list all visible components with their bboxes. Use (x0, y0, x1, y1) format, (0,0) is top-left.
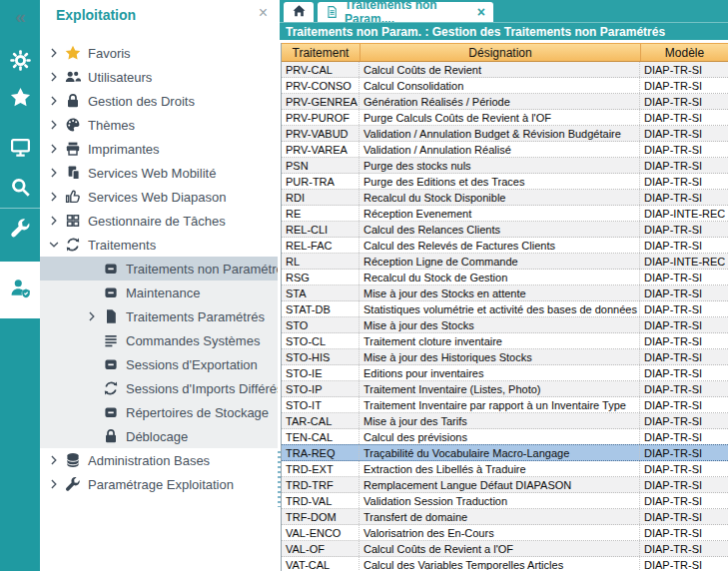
table-row-rl[interactable]: RLRéception Ligne de CommandeDIAP-INTE-R… (282, 254, 728, 270)
chevron-right-icon[interactable] (48, 215, 60, 227)
table-row-prv-conso[interactable]: PRV-CONSOCalcul ConsolidationDIAP-TR-SI (282, 78, 728, 94)
tab-close-icon[interactable]: × (477, 5, 485, 19)
chevron-right-icon[interactable] (48, 478, 60, 490)
cell-designation: Mise à jour des Stocks (360, 317, 640, 332)
chevron-right-icon[interactable] (48, 119, 60, 131)
sidebar-panel: Exploitation × FavorisUtilisateursGestio… (40, 0, 278, 571)
column-header-designation[interactable]: Désignation (360, 44, 640, 61)
cell-traitement: PRV-VABUD (282, 126, 360, 141)
table-row-sto-ip[interactable]: STO-IPTraitement Inventaire (Listes, Pho… (282, 381, 728, 397)
rail-item-gear[interactable] (0, 42, 40, 82)
sidebar-item-traitements-parametres[interactable]: Traitements Paramétrés (40, 304, 278, 328)
table-row-pur-tra[interactable]: PUR-TRAPurge des Editions et des TracesD… (282, 174, 728, 190)
table-row-val-enco[interactable]: VAL-ENCOValorisatrion des En-CoursDIAP-T… (282, 525, 728, 541)
table-row-psn[interactable]: PSNPurge des stocks nulsDIAP-TR-SI (282, 158, 728, 174)
table-row-trd-ext[interactable]: TRD-EXTExtraction des Libellés à Traduir… (282, 461, 728, 477)
table-row-rsg[interactable]: RSGRecalcul du Stock de GestionDIAP-TR-S… (282, 270, 728, 286)
sidebar-item-parametrage-exploitation[interactable]: Paramétrage Exploitation (40, 472, 278, 496)
sidebar-item-traitements[interactable]: Traitements (40, 233, 278, 257)
sidebar-item-imprimantes[interactable]: Imprimantes (40, 137, 278, 161)
cell-designation: Validation Session Traduction (360, 493, 640, 508)
close-icon[interactable]: × (259, 5, 268, 21)
table-row-sto-cl[interactable]: STO-CLTraitement cloture inventaireDIAP-… (282, 333, 728, 349)
sidebar-item-traitements-non-parametres[interactable]: Traitements non Paramétrés (40, 257, 278, 281)
chevron-right-icon[interactable] (48, 454, 60, 466)
sidebar-header: Exploitation × (40, 0, 278, 30)
chevron-right-icon[interactable] (86, 310, 98, 322)
table-row-prv-varea[interactable]: PRV-VAREAValidation / Annulation Réalisé… (282, 142, 728, 158)
sidebar-item-label: Thèmes (88, 118, 135, 133)
rail-item-user-shield[interactable] (0, 262, 40, 318)
cell-designation: Recalcul du Stock de Gestion (360, 270, 640, 285)
table-row-sto-his[interactable]: STO-HISMise à jour des Historiques Stock… (282, 349, 728, 365)
cell-modele: DIAP-TR-SI (640, 541, 728, 556)
home-icon (292, 3, 307, 22)
chevron-right-icon[interactable] (48, 47, 60, 59)
sidebar-item-label: Paramétrage Exploitation (88, 477, 234, 492)
table-row-trf-dom[interactable]: TRF-DOMTransfert de domaineDIAP-TR-SI (282, 509, 728, 525)
chevron-right-icon[interactable] (48, 95, 60, 107)
table-row-sto-it[interactable]: STO-ITTraitement Inventaire par rapport … (282, 397, 728, 413)
chevron-right-icon[interactable] (48, 143, 60, 155)
table-row-val-of[interactable]: VAL-OFCalcul Coûts de Revient a l'OFDIAP… (282, 541, 728, 557)
sidebar-item-sessions-d-imports-differes[interactable]: Sessions d'Imports Différés (40, 376, 278, 400)
table-row-prv-cal[interactable]: PRV-CALCalcul Coûts de RevientDIAP-TR-SI (282, 62, 728, 78)
table-row-sto-ie[interactable]: STO-IEEditions pour inventairesDIAP-TR-S… (282, 365, 728, 381)
cell-modele: DIAP-INTE-REC (640, 254, 728, 269)
cell-traitement: STAT-DB (282, 301, 360, 316)
sidebar-item-administration-bases[interactable]: Administration Bases (40, 448, 278, 472)
wrench-icon (10, 218, 31, 243)
table-row-rdi[interactable]: RDIRecalcul du Stock DisponibleDIAP-TR-S… (282, 190, 728, 206)
sidebar-item-services-web-mobilite[interactable]: Services Web Mobilité (40, 161, 278, 185)
table-row-sta[interactable]: STAMise à jour des Stocks en attenteDIAP… (282, 286, 728, 301)
column-header-modele[interactable]: Modèle (640, 44, 728, 61)
rail-item-monitor[interactable] (0, 129, 40, 169)
table-row-stat-db[interactable]: STAT-DBStatistiques volumétrie et activi… (282, 301, 728, 317)
rail-item-search[interactable] (0, 169, 40, 209)
cell-modele: DIAP-TR-SI (640, 349, 728, 364)
sidebar-item-utilisateurs[interactable]: Utilisateurs (40, 65, 278, 89)
cell-traitement: TRD-EXT (282, 461, 360, 476)
sidebar-item-repertoires-de-stockage[interactable]: Répertoires de Stockage (40, 400, 278, 424)
chevron-right-icon[interactable] (48, 71, 60, 83)
table-row-prv-vabud[interactable]: PRV-VABUDValidation / Annulation Budget … (282, 126, 728, 142)
chevron-right-icon[interactable] (48, 167, 60, 179)
chevron-down-icon[interactable] (48, 239, 60, 251)
thumbs-up-icon (64, 189, 81, 206)
sidebar-item-sessions-d-exportation[interactable]: Sessions d'Exportation (40, 352, 278, 376)
table-row-trd-val[interactable]: TRD-VALValidation Session TraductionDIAP… (282, 493, 728, 509)
sidebar-item-deblocage[interactable]: Déblocage (40, 424, 278, 448)
sidebar-item-favoris[interactable]: Favoris (40, 41, 278, 65)
rail-item-star[interactable] (0, 79, 40, 119)
sidebar-item-themes[interactable]: Thèmes (40, 113, 278, 137)
cell-designation: Transfert de domaine (360, 509, 640, 524)
column-header-traitement[interactable]: Traitement (282, 44, 360, 61)
gear-icon (10, 50, 31, 75)
tab-traitements-non-param[interactable]: Traitements non Param.... × (318, 2, 493, 22)
sidebar-item-services-web-diapason[interactable]: Services Web Diapason (40, 185, 278, 209)
table-row-tar-cal[interactable]: TAR-CALMise à jour des TarifsDIAP-TR-SI (282, 413, 728, 429)
collapse-chevrons-icon: « (15, 6, 25, 28)
table-row-prv-purof[interactable]: PRV-PUROFPurge Calculs Coûts de Revient … (282, 110, 728, 126)
lock-icon (64, 93, 81, 110)
table-row-trd-trf[interactable]: TRD-TRFRemplacement Langue Défaut DIAPAS… (282, 477, 728, 493)
table-row-re[interactable]: RERéception EvenementDIAP-INTE-REC (282, 206, 728, 222)
table-row-rel-fac[interactable]: REL-FACCalcul des Relevés de Factures Cl… (282, 238, 728, 254)
table-row-ten-cal[interactable]: TEN-CALCalcul des prévisionsDIAP-TR-SI (282, 429, 728, 445)
sidebar-item-gestionnaire-de-taches[interactable]: Gestionnaire de Tâches (40, 209, 278, 233)
table-row-vat-cal[interactable]: VAT-CALCalcul des Variables Temporelles … (282, 557, 728, 570)
table-row-tra-req[interactable]: TRA-REQTraçabilité du Vocabulaire Macro-… (282, 444, 728, 461)
sidebar-item-gestion-des-droits[interactable]: Gestion des Droits (40, 89, 278, 113)
sidebar-item-maintenance[interactable]: Maintenance (40, 281, 278, 304)
printer-icon (64, 141, 81, 158)
chevron-right-icon[interactable] (48, 191, 60, 203)
rail-item-wrench[interactable] (0, 210, 40, 250)
sidebar-item-commandes-systemes[interactable]: Commandes Systèmes (40, 328, 278, 352)
table-row-rel-cli[interactable]: REL-CLICalcul des Relances ClientsDIAP-T… (282, 222, 728, 238)
left-icon-rail: « (0, 0, 40, 571)
tab-home[interactable] (284, 2, 314, 22)
table-row-sto[interactable]: STOMise à jour des StocksDIAP-TR-SI (282, 317, 728, 333)
cell-designation: Calcul des Relances Clients (360, 222, 640, 237)
table-row-prv-genrea[interactable]: PRV-GENREAGénération Réalisés / PériodeD… (282, 94, 728, 110)
rail-item-collapse-chevrons[interactable]: « (0, 4, 40, 30)
